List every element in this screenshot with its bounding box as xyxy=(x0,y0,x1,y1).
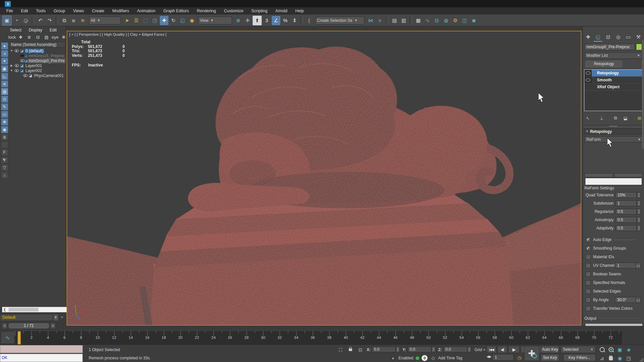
toolbar-icon[interactable]: { xyxy=(305,16,313,25)
menu-item[interactable]: Modifiers xyxy=(109,7,133,15)
stack-tool-icon[interactable] xyxy=(632,115,633,121)
stack-tool-icon[interactable]: ⍊ xyxy=(598,115,605,121)
toolbar-icon[interactable]: ⧈ xyxy=(69,16,78,25)
filter-icon[interactable]: ◉ xyxy=(1,126,8,133)
shield-icon[interactable]: ◐ xyxy=(390,355,397,361)
toolbar-icon[interactable]: ⧉ xyxy=(60,16,69,25)
menu-item[interactable]: Help xyxy=(292,7,307,15)
filter-icon[interactable]: ◍ xyxy=(1,88,8,95)
auto-key-button[interactable]: Auto Key xyxy=(541,346,559,353)
viewport-label[interactable]: [ + ] [ Perspective ] [ High Quality ] [… xyxy=(69,32,166,36)
tree-row[interactable]: ◪ mmGroup0_Pre-Pre xyxy=(9,58,66,63)
tree-row[interactable]: ▼ ◪ 0 (default) xyxy=(9,48,66,53)
selection-lock-icon[interactable] xyxy=(347,346,354,353)
field-of-view-icon[interactable]: ⊿ xyxy=(598,354,606,362)
command-panel-tab[interactable]: ◱ xyxy=(594,33,602,42)
cube-icon[interactable]: ◇ xyxy=(430,355,437,361)
y-spinner[interactable] xyxy=(432,346,436,352)
toolbar-icon[interactable]: ⬚ xyxy=(141,16,150,25)
filter-icon[interactable]: ✶ xyxy=(1,58,8,65)
stack-tool-icon[interactable]: ⬓ xyxy=(622,115,629,121)
y-coordinate-field[interactable]: 0.0 xyxy=(408,346,432,352)
transport-button[interactable]: ▶ xyxy=(508,346,520,353)
toolbar-icon[interactable]: ↷ xyxy=(45,16,54,25)
spinner-arrows[interactable] xyxy=(637,192,641,198)
spinner-arrows[interactable] xyxy=(637,200,641,206)
setting-value-field[interactable]: 0.5 xyxy=(616,209,637,215)
toolbar-icon[interactable]: ◳ xyxy=(151,16,159,25)
toolbar-icon[interactable]: ▥ xyxy=(399,16,408,25)
time-slider[interactable] xyxy=(18,331,21,344)
checkbox-value-field[interactable]: 30.0° xyxy=(615,297,636,303)
menu-item[interactable]: Tools xyxy=(32,7,49,15)
checkbox[interactable] xyxy=(586,237,591,242)
isolate-selection-icon[interactable]: ⛶ xyxy=(337,346,344,353)
filter-icon[interactable]: ✻ xyxy=(1,118,8,126)
transport-button[interactable]: ◀|| xyxy=(497,346,507,353)
filter-icon[interactable]: ▭ xyxy=(1,111,8,118)
menu-item[interactable]: Scripting xyxy=(248,7,271,15)
tree-row[interactable]: ▼ ◪ Layer002 xyxy=(9,68,66,73)
toolbar-icon[interactable]: 3 xyxy=(262,16,271,25)
setting-value-field[interactable]: 1 xyxy=(616,200,637,206)
toolbar-icon[interactable]: ↶ xyxy=(36,16,45,25)
command-panel-tab[interactable]: ⚒ xyxy=(634,33,643,41)
selection-filter-dropdown[interactable]: All▼ xyxy=(89,17,121,24)
frame-indicator[interactable]: 1 / 71 xyxy=(8,323,50,329)
eye-icon[interactable] xyxy=(21,55,24,57)
recent-modifier-button[interactable]: Retopology xyxy=(586,61,622,67)
preset-dropdown-button[interactable]: ▼ xyxy=(53,314,59,321)
counter-badge[interactable]: 0 xyxy=(422,355,428,361)
filter-icon[interactable]: ⊙ xyxy=(1,96,8,103)
key-mode-toggle[interactable]: ◀▶ xyxy=(486,355,491,358)
toolbar-icon[interactable]: ⬆ xyxy=(253,16,262,25)
filter-icon[interactable] xyxy=(1,141,8,148)
toolbar-icon[interactable]: ✚ xyxy=(160,16,168,25)
funnel-icon[interactable]: ▽ xyxy=(143,32,145,36)
explorer-sort-header[interactable]: Name (Sorted Ascending) xyxy=(9,42,66,48)
current-frame-field[interactable]: 1 xyxy=(492,354,514,361)
eye-icon[interactable] xyxy=(14,49,19,52)
filter-icon[interactable]: ✎ xyxy=(1,103,8,110)
spinner-arrows[interactable] xyxy=(637,217,641,223)
filter-icon[interactable]: ● xyxy=(1,42,8,50)
toolbar-icon[interactable]: ▦ xyxy=(414,16,423,25)
pan-hand-icon[interactable] xyxy=(607,354,615,362)
reference-coordinate-dropdown[interactable]: View▼ xyxy=(198,17,232,24)
explorer-menu-item[interactable]: Display xyxy=(29,28,42,32)
transform-mode-icon[interactable]: ⊡ xyxy=(357,346,364,353)
modifier-eye-icon[interactable] xyxy=(584,84,592,90)
toolbar-icon[interactable]: ◶ xyxy=(22,16,30,25)
menu-item[interactable]: Edit xyxy=(17,7,32,15)
tree-row[interactable]: ◪ PhysCamera001 xyxy=(9,73,66,78)
stack-tool-icon[interactable] xyxy=(608,115,609,121)
menu-item[interactable]: Rendering xyxy=(193,7,220,15)
modifier-eye-icon[interactable] xyxy=(584,70,592,76)
filter-icon[interactable]: ≋ xyxy=(1,80,8,88)
toolbar-icon[interactable]: ⇕ xyxy=(290,16,299,25)
toolbar-icon[interactable]: ⊕ xyxy=(234,16,243,25)
menu-item[interactable]: Graph Editors xyxy=(160,7,193,15)
set-keys-button[interactable]: ✚ xyxy=(524,346,539,361)
stack-tool-icon[interactable] xyxy=(594,115,595,121)
app-logo-icon[interactable]: 3 xyxy=(5,1,11,7)
toolbar-icon[interactable] xyxy=(300,17,303,24)
filter-icon[interactable]: ⌂ xyxy=(1,172,8,179)
explorer-preset-dropdown[interactable]: Default xyxy=(0,314,53,321)
mini-curve-editor-button[interactable]: ∿ xyxy=(1,331,15,344)
panel-scrollbar[interactable] xyxy=(642,40,644,149)
menu-item[interactable]: Arnold xyxy=(272,7,291,15)
scroll-left-icon[interactable]: ❮ xyxy=(3,308,6,311)
toolbar-icon[interactable]: ◙ xyxy=(470,16,478,25)
filter-icon[interactable]: ◺ xyxy=(1,73,8,80)
time-configuration-icon[interactable]: ◷ xyxy=(516,354,523,361)
toolbar-icon[interactable]: ◍ xyxy=(442,16,450,25)
toolbar-icon[interactable]: ◱ xyxy=(178,16,187,25)
expander-icon[interactable]: ▼ xyxy=(9,49,14,52)
viewport[interactable]: [ + ] [ Perspective ] [ High Quality ] [… xyxy=(67,31,581,326)
object-color-swatch[interactable] xyxy=(636,44,642,50)
toolbar-icon[interactable]: ▤ xyxy=(390,16,399,25)
transport-button[interactable]: |◀◀ xyxy=(486,346,496,353)
modifier-stack-row[interactable]: Smooth xyxy=(584,77,642,84)
toolbar-icon[interactable] xyxy=(56,17,58,24)
